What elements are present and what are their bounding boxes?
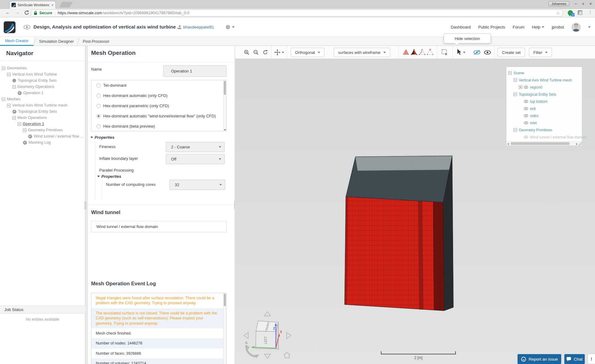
navigator-tree-item[interactable]: Geometry Operations [0,84,85,90]
select-faces-icon[interactable] [411,49,417,55]
render-mode-select[interactable]: surfaces with wireframe [334,48,390,57]
browser-profile-button[interactable]: Johannes [549,1,570,6]
scene-tree-item[interactable]: inlet [506,119,582,126]
radio-button-icon[interactable] [96,94,101,98]
visibility-eye-icon[interactable] [524,121,528,124]
select-edges-icon[interactable] [419,49,425,55]
visibility-eye-icon[interactable] [524,114,528,117]
panel-resize-grip[interactable] [578,142,582,145]
bookmark-star-icon[interactable]: ☆ [556,11,560,15]
navigator-tree-item[interactable]: Meshes [0,96,85,102]
google-extension-icon[interactable]: 8 [578,10,583,15]
gear-dropdown-chevron-icon[interactable] [232,26,235,28]
user-avatar[interactable] [571,23,581,32]
mesh-algorithm-label[interactable]: Hex-dominant (beta preview) [103,124,155,129]
nav-public-projects[interactable]: Public Projects [478,25,505,29]
visibility-eye-icon[interactable] [524,107,528,110]
wind-tunnel-item[interactable]: Wind tunnel / external flow domain [91,221,227,232]
navigator-tree-item[interactable]: Vertical Axis Wind Turbine [0,71,85,77]
create-set-button[interactable]: Create set [498,48,525,57]
mesh-algorithm-option[interactable]: Hex-dominant automatic (only CFD) [91,90,226,101]
browser-tab[interactable]: SimScale Workbench × [9,1,56,9]
mesh-algorithm-option[interactable]: Hex-dominant parametric (only CFD) [91,101,226,111]
visibility-eye-icon[interactable] [524,86,528,89]
navigator-tree-item[interactable]: Topological Entity Sets [0,108,85,115]
tree-item-label[interactable]: Vertical Axis Wind Turbine [12,72,57,77]
scene-tree-hscrollbar[interactable] [506,141,582,146]
project-owner-link[interactable]: bhavdeeppatel91 [183,25,214,29]
scene-item-label[interactable]: Topological Entity Sets [519,92,556,97]
inner-properties-header[interactable]: Properties [97,174,121,179]
browser-menu-icon[interactable]: ⋮ [588,10,593,15]
tree-item-label[interactable]: Geometry Operations [17,85,55,89]
algorithm-list-scrollbar[interactable] [223,80,226,131]
navigator-tree-item[interactable]: Vertical Axis Wind Turbine mesh [0,102,85,108]
project-settings-gear-icon[interactable] [226,25,230,29]
navigator-tree-item[interactable]: Geometries [0,65,85,71]
tab-close-icon[interactable]: × [51,3,54,7]
navigator-tree-item[interactable]: Operation 1 [0,90,85,96]
tree-expand-icon[interactable] [519,86,522,89]
tab-post-processor[interactable]: Post-Processor [79,37,113,46]
nav-forum[interactable]: Forum [513,25,524,29]
chat-button[interactable]: Chat [564,354,585,364]
projection-select[interactable]: Orthogonal [291,48,324,57]
scroll-left-arrow-icon[interactable] [507,143,509,145]
tree-item-label[interactable]: Topological Entity Sets [18,109,57,114]
tree-item-label[interactable]: Operation 1 [23,91,43,95]
navigator-tree-item[interactable]: Mesh Operations [0,115,85,121]
scroll-down-arrow-icon[interactable] [224,129,226,131]
tree-expand-icon[interactable] [2,67,5,70]
scene-tree-item[interactable]: exit [506,105,582,112]
report-issue-button[interactable]: Report an issue [518,354,561,364]
tree-expand-icon[interactable] [513,93,517,96]
tab-simulation-designer[interactable]: Simulation Designer [36,37,77,46]
scene-item-label[interactable]: Scene [513,71,524,75]
mesh-algorithm-label[interactable]: Hex-dominant automatic "wind-tunnel/exte… [103,114,216,118]
user-menu-chevron-icon[interactable] [588,26,591,28]
mesh-algorithm-option[interactable]: Tet-dominant [91,80,226,90]
hide-selection-eye-icon[interactable] [473,50,481,55]
tree-expand-icon[interactable] [2,98,5,101]
select-nodes-icon[interactable] [427,49,434,55]
tree-item-label[interactable]: Geometry Primitives [28,128,63,132]
tree-expand-icon[interactable] [12,116,16,120]
scene-item-label[interactable]: sides [530,114,539,118]
tree-expand-icon[interactable] [513,78,517,82]
project-visibility-eye-icon[interactable] [24,25,30,29]
scene-item-label[interactable]: Vertical Axis Wind Turbine mesh [519,78,572,82]
pan-move-icon[interactable] [274,49,280,55]
url-path[interactable]: /workbench/?pid=2095696190417897985#tab_… [103,11,189,15]
scene-item-label[interactable]: region0 [530,85,542,90]
radio-button-icon[interactable] [96,83,101,88]
tree-expand-icon[interactable] [18,122,21,126]
mesh-algorithm-option[interactable]: Hex-dominant automatic "wind-tunnel/exte… [91,111,226,121]
notification-tab[interactable]: ! [588,354,595,364]
tab-mesh-creator[interactable]: Mesh Creator [0,37,33,46]
properties-header[interactable]: Properties [90,135,114,140]
tree-expand-icon[interactable] [508,71,512,75]
collapse-triangle-icon[interactable] [90,137,93,138]
collapse-triangle-icon[interactable] [97,176,100,177]
mesh-algorithm-label[interactable]: Hex-dominant parametric (only CFD) [103,103,169,108]
navigator-tree-item[interactable]: Operation 1 [0,121,85,127]
nav-username[interactable]: jprobst [552,25,564,29]
window-maximize-button[interactable]: + [582,2,584,6]
event-log-scrollbar[interactable] [223,293,226,364]
window-close-button[interactable]: × [589,2,592,6]
forward-button[interactable]: → [15,10,20,15]
tree-item-label[interactable]: Operation 1 [23,122,44,126]
new-tab-button[interactable] [59,2,73,7]
scene-tree-item[interactable]: Geometry Primitives [506,126,582,134]
select-volumes-icon[interactable] [403,49,409,55]
tree-expand-icon[interactable] [513,128,517,132]
address-bar[interactable]: Secure | https://www.simscale.com/workbe… [31,10,563,16]
reload-button[interactable] [24,10,29,15]
scene-tree-item[interactable]: Vertical Axis Wind Turbine mesh [506,77,582,84]
tree-item-label[interactable]: Wind tunnel / external flow ... [34,134,84,138]
zoom-in-icon[interactable] [244,49,250,55]
wind-tunnel-mesh-3d[interactable] [335,149,465,322]
scene-item-label[interactable]: Wind tunnel / external flow domain [530,135,587,139]
scene-tree-item[interactable]: Topological Entity Sets [506,91,582,98]
tree-item-label[interactable]: Meshing Log [29,140,51,145]
